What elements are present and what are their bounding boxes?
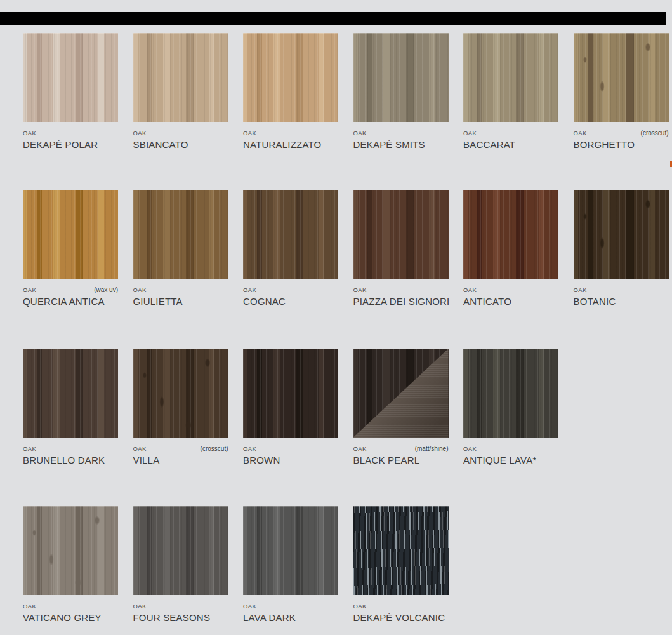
finish-name: ANTIQUE LAVA* [463, 455, 558, 465]
swatch-card: OAK ANTICATO [463, 190, 558, 307]
wood-swatch-image [23, 349, 118, 438]
swatch-caption: OAK DEKAPÉ POLAR [23, 130, 118, 150]
finish-name: VATICANO GREY [23, 612, 118, 623]
swatch-card: OAK (crosscut) VILLA [133, 349, 228, 465]
swatch-card: OAK NATURALIZZATO [243, 33, 338, 150]
swatch-caption-top-line: OAK [133, 130, 228, 137]
swatch-card: OAK DEKAPÉ VOLCANIC [353, 506, 449, 623]
swatch-caption-top-line: OAK [574, 286, 669, 294]
swatch-caption: OAK ANTIQUE LAVA* [463, 445, 558, 465]
swatch-card: OAK (wax uv) QUERCIA ANTICA [23, 190, 118, 307]
swatch-caption-top-line: OAK [353, 286, 449, 294]
species-label: OAK [133, 603, 147, 610]
species-label: OAK [353, 130, 367, 137]
catalog-page: OAK DEKAPÉ POLAR OAK SBIANCATO OAK NATUR… [0, 0, 672, 635]
finish-name: BROWN [243, 455, 338, 465]
wood-swatch-image [463, 349, 558, 438]
finish-note: (wax uv) [94, 286, 118, 293]
swatch-caption: OAK (wax uv) QUERCIA ANTICA [23, 286, 118, 307]
swatch-caption-top-line: OAK [243, 130, 338, 137]
finish-name: VILLA [133, 455, 228, 465]
swatch-caption: OAK SBIANCATO [133, 130, 228, 150]
swatch-caption: OAK BRUNELLO DARK [23, 445, 118, 465]
wood-swatch-image [23, 506, 118, 595]
wood-swatch-image [133, 349, 228, 438]
species-label: OAK [243, 603, 256, 610]
species-label: OAK [574, 286, 587, 293]
finish-name: SBIANCATO [133, 139, 228, 150]
finish-name: PIAZZA DEI SIGNORI [353, 296, 449, 307]
swatch-caption-top-line: OAK [243, 603, 338, 610]
wood-swatch-image [243, 506, 338, 595]
swatch-card: OAK DEKAPÉ POLAR [23, 33, 118, 150]
finish-name: COGNAC [243, 296, 338, 307]
swatch-caption-top-line: OAK [23, 445, 118, 453]
wood-swatch-image [133, 33, 228, 122]
swatch-caption-top-line: OAK [353, 603, 449, 610]
species-label: OAK [353, 286, 367, 293]
swatch-caption-top-line: OAK (wax uv) [23, 286, 118, 294]
species-label: OAK [353, 603, 367, 610]
finish-name: NATURALIZZATO [243, 139, 338, 150]
swatch-caption: OAK (matt/shine) BLACK PEARL [353, 445, 449, 465]
swatch-caption: OAK (crosscut) BORGHETTO [574, 130, 669, 150]
swatch-caption-top-line: OAK [353, 130, 449, 137]
wood-swatch-image [133, 506, 228, 595]
swatch-caption: OAK DEKAPÉ VOLCANIC [353, 603, 449, 623]
swatch-card: OAK (crosscut) BORGHETTO [574, 33, 669, 150]
swatch-caption: OAK LAVA DARK [243, 603, 338, 623]
swatch-card: OAK (matt/shine) BLACK PEARL [353, 349, 449, 465]
finish-note: (crosscut) [641, 130, 669, 137]
species-label: OAK [23, 286, 36, 293]
finish-name: BRUNELLO DARK [23, 455, 118, 465]
finish-name: DEKAPÉ VOLCANIC [353, 612, 449, 623]
swatch-caption-top-line: OAK [463, 130, 558, 137]
swatch-caption-top-line: OAK [463, 445, 558, 453]
swatch-caption: OAK NATURALIZZATO [243, 130, 338, 150]
swatch-caption-top-line: OAK [133, 286, 228, 294]
swatch-card: OAK BROWN [243, 349, 338, 465]
swatch-card: OAK BRUNELLO DARK [23, 349, 118, 465]
wood-swatch-image [23, 190, 118, 279]
swatch-card: OAK PIAZZA DEI SIGNORI [353, 190, 449, 307]
species-label: OAK [243, 286, 256, 293]
swatch-card: OAK COGNAC [243, 190, 338, 307]
wood-swatch-image [133, 190, 228, 279]
swatch-card: OAK BACCARAT [463, 33, 558, 150]
swatch-caption: OAK BACCARAT [463, 130, 558, 150]
wood-swatch-image [243, 190, 338, 279]
swatch-card: OAK GIULIETTA [133, 190, 228, 307]
finish-name: QUERCIA ANTICA [23, 296, 118, 307]
finish-note: (crosscut) [201, 445, 228, 452]
finish-name: DEKAPÉ POLAR [23, 139, 118, 150]
swatch-card: OAK DEKAPÉ SMITS [353, 33, 449, 150]
species-label: OAK [463, 286, 477, 293]
swatch-caption: OAK GIULIETTA [133, 286, 228, 307]
swatch-caption-top-line: OAK [23, 603, 118, 610]
species-label: OAK [23, 130, 36, 137]
swatch-caption-top-line: OAK (crosscut) [574, 130, 669, 137]
swatch-row-2: OAK (wax uv) QUERCIA ANTICA OAK GIULIETT… [23, 190, 669, 307]
wood-swatch-image [574, 190, 669, 279]
finish-name: GIULIETTA [133, 296, 228, 307]
swatch-caption: OAK VATICANO GREY [23, 603, 118, 623]
swatch-caption: OAK PIAZZA DEI SIGNORI [353, 286, 449, 307]
swatch-caption-top-line: OAK [23, 130, 118, 137]
swatch-caption: OAK FOUR SEASONS [133, 603, 228, 623]
swatch-card: OAK ANTIQUE LAVA* [463, 349, 558, 465]
species-label: OAK [23, 603, 36, 610]
species-label: OAK [133, 445, 147, 452]
swatch-caption: OAK BOTANIC [574, 286, 669, 307]
finish-name: BORGHETTO [574, 139, 669, 150]
swatch-row-3: OAK BRUNELLO DARK OAK (crosscut) VILLA O… [23, 349, 558, 465]
species-label: OAK [133, 286, 147, 293]
species-label: OAK [463, 445, 477, 452]
swatch-caption-top-line: OAK (matt/shine) [353, 445, 449, 453]
finish-note: (matt/shine) [415, 445, 449, 452]
swatch-caption: OAK COGNAC [243, 286, 338, 307]
wood-swatch-image [574, 33, 669, 122]
wood-swatch-image [463, 33, 558, 122]
wood-swatch-image [353, 349, 449, 438]
wood-swatch-image [353, 33, 449, 122]
swatch-caption: OAK DEKAPÉ SMITS [353, 130, 449, 150]
